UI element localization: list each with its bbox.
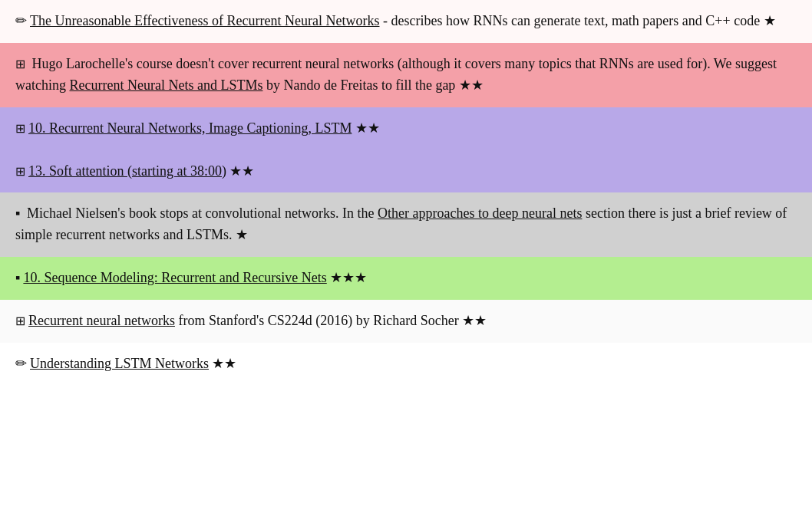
item4-link[interactable]: 13. Soft attention (starting at 38:00): [28, 163, 226, 179]
item7-link[interactable]: Recurrent neural networks: [28, 313, 175, 328]
item8-link[interactable]: Understanding LSTM Networks: [30, 356, 209, 371]
list-item: Hugo Larochelle's course doesn't cover r…: [0, 43, 812, 107]
item1-link[interactable]: The Unreasonable Effectiveness of Recurr…: [30, 13, 379, 28]
list-item: 10. Sequence Modeling: Recurrent and Rec…: [0, 257, 812, 300]
item3-stars: ★★: [355, 120, 380, 136]
item2-stars: ★★: [459, 77, 484, 93]
video-icon: [15, 118, 25, 140]
video-icon: [15, 311, 25, 332]
item7-stars: ★★: [462, 313, 487, 328]
list-item: Recurrent neural networks from Stanford'…: [0, 300, 812, 343]
item7-rest: from Stanford's CS224d (2016) by Richard…: [175, 313, 462, 328]
pencil-icon: [15, 353, 27, 375]
item2-link[interactable]: Recurrent Neural Nets and LSTMs: [69, 77, 262, 93]
list-item: Understanding LSTM Networks ★★: [0, 343, 812, 386]
pencil-icon: [15, 11, 27, 32]
item1-stars: ★: [764, 13, 776, 28]
item8-stars: ★★: [212, 356, 236, 371]
item2-rest: by Nando de Freitas to fill the gap: [262, 77, 458, 93]
list-item: Michael Nielsen's book stops at convolut…: [0, 192, 812, 257]
list-item: The Unreasonable Effectiveness of Recurr…: [0, 0, 812, 43]
video-icon: [15, 54, 25, 75]
item6-link[interactable]: 10. Sequence Modeling: Recurrent and Rec…: [23, 270, 326, 285]
list-item: 10. Recurrent Neural Networks, Image Cap…: [0, 107, 812, 150]
list-item: 13. Soft attention (starting at 38:00) ★…: [0, 150, 812, 193]
item5-prefix: Michael Nielsen's book stops at convolut…: [23, 205, 378, 221]
item6-stars: ★★★: [330, 270, 367, 285]
book-icon: [15, 203, 20, 225]
item4-stars: ★★: [229, 163, 254, 179]
item5-stars: ★: [236, 227, 248, 242]
book-icon: [15, 268, 20, 289]
video-icon: [15, 161, 25, 182]
item3-link[interactable]: 10. Recurrent Neural Networks, Image Cap…: [28, 120, 352, 136]
item5-link[interactable]: Other approaches to deep neural nets: [378, 205, 582, 221]
main-container: The Unreasonable Effectiveness of Recurr…: [0, 0, 812, 386]
item1-rest: - describes how RNNs can generate text, …: [379, 13, 763, 28]
